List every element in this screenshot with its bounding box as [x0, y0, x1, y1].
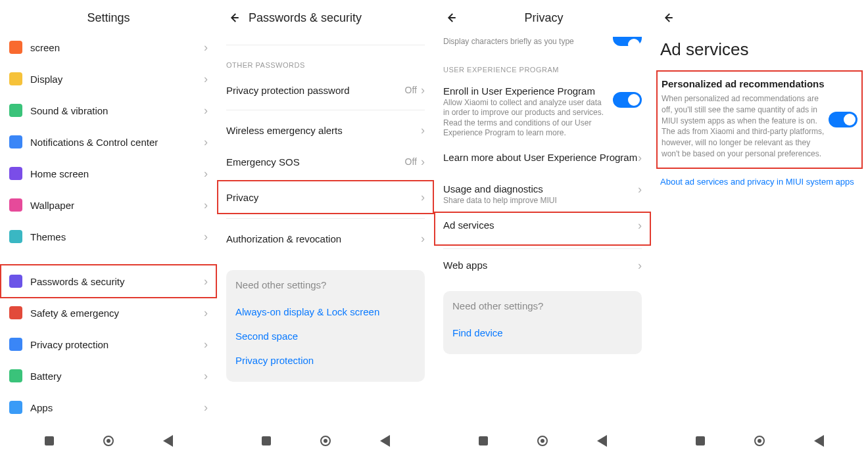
item-icon — [9, 369, 30, 382]
item-label: screen — [30, 42, 204, 53]
ad-desc: When personalized ad recommendations are… — [662, 93, 857, 160]
item-icon — [9, 338, 30, 351]
settings-item[interactable]: Battery› — [9, 360, 208, 392]
screen-ad-services: Ad services Personalized ad recommendati… — [651, 0, 868, 456]
chevron-right-icon: › — [204, 275, 208, 287]
back-button[interactable] — [379, 436, 390, 446]
ad-title: Personalized ad recommendations — [662, 78, 857, 89]
home-button[interactable] — [103, 436, 114, 446]
item-sub: Allow Xiaomi to collect and analyze user… — [443, 98, 606, 139]
chevron-right-icon: › — [204, 41, 208, 53]
item-label: Learn more about User Experience Program — [443, 152, 638, 163]
back-icon[interactable] — [660, 10, 676, 26]
settings-item[interactable]: Privacy› — [226, 181, 425, 213]
item-label: Emergency SOS — [226, 156, 405, 168]
recent-apps-button[interactable] — [695, 436, 706, 446]
settings-item[interactable]: Apps› — [9, 392, 208, 423]
item-label: Home screen — [30, 168, 204, 179]
screen-settings: Settings screen›Display›Sound & vibratio… — [0, 0, 217, 456]
settings-item[interactable]: Privacy protection passwordOff› — [226, 74, 425, 106]
chevron-right-icon: › — [204, 231, 208, 242]
settings-item[interactable]: Usage and diagnosticsShare data to help … — [443, 177, 642, 213]
back-icon[interactable] — [443, 10, 459, 26]
item-label: Web apps — [443, 260, 638, 271]
settings-item[interactable]: Learn more about User Experience Program… — [443, 145, 642, 177]
item-label: Notifications & Control center — [30, 137, 204, 148]
item-label: Wallpaper — [30, 200, 204, 211]
page-title: Privacy — [524, 11, 583, 25]
suggestions-card: Need other settings? Always-on display &… — [226, 270, 425, 382]
card-link[interactable]: Always-on display & Lock screen — [235, 300, 416, 324]
settings-item[interactable]: Display› — [9, 63, 208, 95]
screen-passwords-security: Passwords & security OTHER PASSWORDS Pri… — [217, 0, 434, 456]
header — [651, 0, 868, 35]
card-link[interactable]: Second space — [235, 324, 416, 348]
header: Privacy — [434, 0, 651, 35]
settings-item[interactable]: Web apps› — [443, 253, 642, 285]
settings-item[interactable]: Ad services› — [443, 213, 642, 244]
chevron-right-icon: › — [204, 73, 208, 85]
home-button[interactable] — [537, 436, 548, 446]
recent-apps-button[interactable] — [44, 436, 55, 446]
item-label: Display — [30, 74, 204, 85]
android-navbar — [217, 426, 434, 456]
item-icon — [9, 306, 30, 319]
settings-item[interactable]: Wireless emergency alerts› — [226, 114, 425, 146]
item-icon — [9, 275, 30, 288]
back-button[interactable] — [162, 436, 173, 446]
home-button[interactable] — [320, 436, 331, 446]
toggle-on-icon[interactable] — [613, 92, 642, 108]
item-icon — [9, 41, 30, 54]
back-button[interactable] — [596, 436, 607, 446]
chevron-right-icon: › — [638, 152, 642, 164]
content: OTHER PASSWORDS Privacy protection passw… — [217, 35, 434, 426]
about-ad-services-link[interactable]: About ad services and privacy in MIUI sy… — [660, 177, 859, 187]
card-link[interactable]: Find device — [452, 321, 633, 345]
chevron-right-icon: › — [204, 168, 208, 179]
settings-item[interactable]: Notifications & Control center› — [9, 126, 208, 158]
item-label: Themes — [30, 231, 204, 242]
chevron-right-icon: › — [204, 104, 208, 116]
item-label: Enroll in User Experience Program — [443, 85, 606, 97]
top-item-sub: Display characters briefly as you type — [443, 37, 608, 47]
toggle-on-icon[interactable] — [829, 112, 857, 127]
chevron-right-icon: › — [638, 183, 642, 195]
chevron-right-icon: › — [204, 199, 208, 211]
header: Settings — [0, 0, 217, 35]
item-label: Ad services — [443, 219, 638, 231]
personalized-ads-block[interactable]: Personalized ad recommendations When per… — [656, 70, 863, 169]
settings-item[interactable]: Passwords & security› — [9, 265, 208, 297]
settings-item[interactable]: Sound & vibration› — [9, 95, 208, 126]
card-link[interactable]: Privacy protection — [235, 348, 416, 373]
android-navbar — [0, 426, 217, 456]
item-icon — [9, 401, 30, 414]
chevron-right-icon: › — [204, 370, 208, 382]
content: Display characters briefly as you type U… — [434, 35, 651, 426]
item-icon — [9, 72, 30, 85]
recent-apps-button[interactable] — [478, 436, 489, 446]
settings-item[interactable]: Emergency SOSOff› — [226, 146, 425, 177]
item-icon — [9, 135, 30, 148]
settings-item[interactable]: Safety & emergency› — [9, 297, 208, 329]
settings-item[interactable]: Themes› — [9, 221, 208, 252]
card-title: Need other settings? — [452, 300, 633, 311]
settings-item[interactable]: screen› — [9, 35, 208, 63]
settings-item[interactable]: Wallpaper› — [9, 189, 208, 221]
screen-privacy: Privacy Display characters briefly as yo… — [434, 0, 651, 456]
page-title: Settings — [87, 11, 130, 25]
back-icon[interactable] — [226, 10, 242, 26]
settings-item[interactable]: Privacy protection› — [9, 329, 208, 360]
settings-item[interactable]: Home screen› — [9, 158, 208, 189]
toggle-on-icon[interactable] — [613, 37, 642, 46]
item-sub: Share data to help improve MIUI — [443, 196, 638, 206]
back-button[interactable] — [813, 436, 824, 446]
settings-item[interactable]: Enroll in User Experience ProgramAllow X… — [443, 79, 642, 145]
chevron-right-icon: › — [204, 338, 208, 350]
recent-apps-button[interactable] — [261, 436, 272, 446]
section-other-passwords: OTHER PASSWORDS — [226, 49, 425, 74]
home-button[interactable] — [754, 436, 765, 446]
item-label: Apps — [30, 402, 204, 413]
page-title: Ad services — [660, 35, 859, 70]
settings-item[interactable]: Authorization & revocation› — [226, 223, 425, 254]
item-value: Off — [405, 85, 417, 95]
